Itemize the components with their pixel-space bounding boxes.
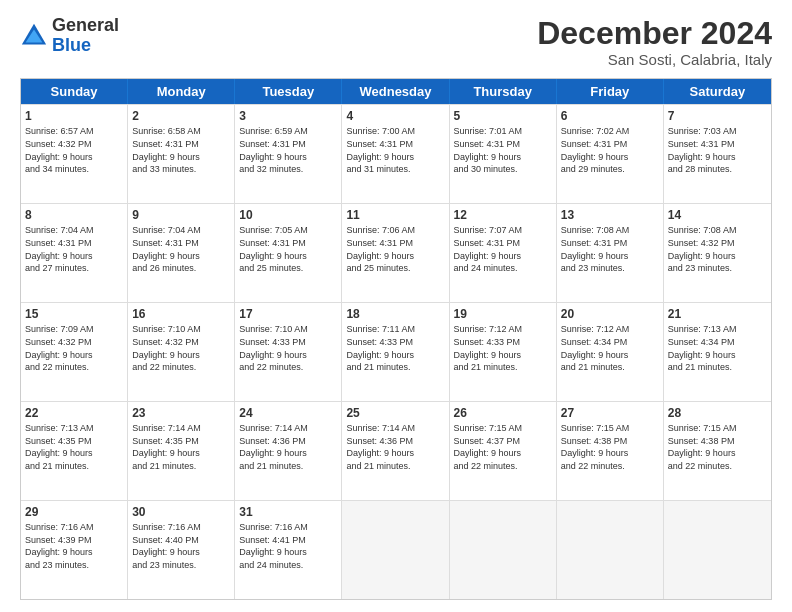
day-info: Sunrise: 7:15 AMSunset: 4:37 PMDaylight:… (454, 422, 552, 472)
day-cell-1: 1Sunrise: 6:57 AMSunset: 4:32 PMDaylight… (21, 105, 128, 203)
empty-cell (450, 501, 557, 599)
day-number: 14 (668, 207, 767, 223)
day-number: 21 (668, 306, 767, 322)
day-cell-8: 8Sunrise: 7:04 AMSunset: 4:31 PMDaylight… (21, 204, 128, 302)
title-block: December 2024 San Sosti, Calabria, Italy (537, 16, 772, 68)
day-cell-15: 15Sunrise: 7:09 AMSunset: 4:32 PMDayligh… (21, 303, 128, 401)
day-cell-30: 30Sunrise: 7:16 AMSunset: 4:40 PMDayligh… (128, 501, 235, 599)
day-info: Sunrise: 7:11 AMSunset: 4:33 PMDaylight:… (346, 323, 444, 373)
day-info: Sunrise: 7:12 AMSunset: 4:34 PMDaylight:… (561, 323, 659, 373)
header-day-wednesday: Wednesday (342, 79, 449, 104)
day-info: Sunrise: 7:02 AMSunset: 4:31 PMDaylight:… (561, 125, 659, 175)
logo: General Blue (20, 16, 119, 56)
day-number: 7 (668, 108, 767, 124)
calendar-week-3: 15Sunrise: 7:09 AMSunset: 4:32 PMDayligh… (21, 302, 771, 401)
day-cell-24: 24Sunrise: 7:14 AMSunset: 4:36 PMDayligh… (235, 402, 342, 500)
day-cell-6: 6Sunrise: 7:02 AMSunset: 4:31 PMDaylight… (557, 105, 664, 203)
day-number: 30 (132, 504, 230, 520)
day-cell-29: 29Sunrise: 7:16 AMSunset: 4:39 PMDayligh… (21, 501, 128, 599)
header-day-monday: Monday (128, 79, 235, 104)
day-cell-20: 20Sunrise: 7:12 AMSunset: 4:34 PMDayligh… (557, 303, 664, 401)
day-info: Sunrise: 6:58 AMSunset: 4:31 PMDaylight:… (132, 125, 230, 175)
day-info: Sunrise: 7:12 AMSunset: 4:33 PMDaylight:… (454, 323, 552, 373)
logo-general: General (52, 15, 119, 35)
month-title: December 2024 (537, 16, 772, 51)
day-number: 19 (454, 306, 552, 322)
day-number: 1 (25, 108, 123, 124)
day-info: Sunrise: 7:09 AMSunset: 4:32 PMDaylight:… (25, 323, 123, 373)
day-info: Sunrise: 7:14 AMSunset: 4:35 PMDaylight:… (132, 422, 230, 472)
day-number: 2 (132, 108, 230, 124)
day-number: 17 (239, 306, 337, 322)
day-info: Sunrise: 7:00 AMSunset: 4:31 PMDaylight:… (346, 125, 444, 175)
day-info: Sunrise: 7:16 AMSunset: 4:41 PMDaylight:… (239, 521, 337, 571)
empty-cell (664, 501, 771, 599)
day-cell-28: 28Sunrise: 7:15 AMSunset: 4:38 PMDayligh… (664, 402, 771, 500)
day-number: 3 (239, 108, 337, 124)
day-number: 8 (25, 207, 123, 223)
day-cell-18: 18Sunrise: 7:11 AMSunset: 4:33 PMDayligh… (342, 303, 449, 401)
day-cell-26: 26Sunrise: 7:15 AMSunset: 4:37 PMDayligh… (450, 402, 557, 500)
day-number: 28 (668, 405, 767, 421)
day-cell-25: 25Sunrise: 7:14 AMSunset: 4:36 PMDayligh… (342, 402, 449, 500)
day-number: 6 (561, 108, 659, 124)
day-number: 15 (25, 306, 123, 322)
day-info: Sunrise: 7:14 AMSunset: 4:36 PMDaylight:… (346, 422, 444, 472)
day-cell-2: 2Sunrise: 6:58 AMSunset: 4:31 PMDaylight… (128, 105, 235, 203)
day-cell-5: 5Sunrise: 7:01 AMSunset: 4:31 PMDaylight… (450, 105, 557, 203)
day-number: 31 (239, 504, 337, 520)
day-info: Sunrise: 7:06 AMSunset: 4:31 PMDaylight:… (346, 224, 444, 274)
day-cell-21: 21Sunrise: 7:13 AMSunset: 4:34 PMDayligh… (664, 303, 771, 401)
day-number: 25 (346, 405, 444, 421)
day-info: Sunrise: 7:07 AMSunset: 4:31 PMDaylight:… (454, 224, 552, 274)
page: General Blue December 2024 San Sosti, Ca… (0, 0, 792, 612)
calendar: SundayMondayTuesdayWednesdayThursdayFrid… (20, 78, 772, 600)
day-info: Sunrise: 7:08 AMSunset: 4:32 PMDaylight:… (668, 224, 767, 274)
location: San Sosti, Calabria, Italy (537, 51, 772, 68)
calendar-body: 1Sunrise: 6:57 AMSunset: 4:32 PMDaylight… (21, 104, 771, 599)
day-number: 10 (239, 207, 337, 223)
day-cell-17: 17Sunrise: 7:10 AMSunset: 4:33 PMDayligh… (235, 303, 342, 401)
logo-text: General Blue (52, 16, 119, 56)
day-number: 16 (132, 306, 230, 322)
calendar-week-2: 8Sunrise: 7:04 AMSunset: 4:31 PMDaylight… (21, 203, 771, 302)
day-info: Sunrise: 7:15 AMSunset: 4:38 PMDaylight:… (668, 422, 767, 472)
empty-cell (557, 501, 664, 599)
day-info: Sunrise: 7:04 AMSunset: 4:31 PMDaylight:… (132, 224, 230, 274)
day-number: 12 (454, 207, 552, 223)
day-number: 24 (239, 405, 337, 421)
header-day-tuesday: Tuesday (235, 79, 342, 104)
day-info: Sunrise: 7:01 AMSunset: 4:31 PMDaylight:… (454, 125, 552, 175)
day-cell-23: 23Sunrise: 7:14 AMSunset: 4:35 PMDayligh… (128, 402, 235, 500)
calendar-week-4: 22Sunrise: 7:13 AMSunset: 4:35 PMDayligh… (21, 401, 771, 500)
day-cell-31: 31Sunrise: 7:16 AMSunset: 4:41 PMDayligh… (235, 501, 342, 599)
day-cell-13: 13Sunrise: 7:08 AMSunset: 4:31 PMDayligh… (557, 204, 664, 302)
day-info: Sunrise: 7:14 AMSunset: 4:36 PMDaylight:… (239, 422, 337, 472)
calendar-week-5: 29Sunrise: 7:16 AMSunset: 4:39 PMDayligh… (21, 500, 771, 599)
day-number: 20 (561, 306, 659, 322)
empty-cell (342, 501, 449, 599)
day-number: 27 (561, 405, 659, 421)
day-info: Sunrise: 7:08 AMSunset: 4:31 PMDaylight:… (561, 224, 659, 274)
day-cell-19: 19Sunrise: 7:12 AMSunset: 4:33 PMDayligh… (450, 303, 557, 401)
day-number: 13 (561, 207, 659, 223)
day-cell-16: 16Sunrise: 7:10 AMSunset: 4:32 PMDayligh… (128, 303, 235, 401)
day-cell-27: 27Sunrise: 7:15 AMSunset: 4:38 PMDayligh… (557, 402, 664, 500)
day-info: Sunrise: 7:16 AMSunset: 4:40 PMDaylight:… (132, 521, 230, 571)
day-cell-3: 3Sunrise: 6:59 AMSunset: 4:31 PMDaylight… (235, 105, 342, 203)
day-info: Sunrise: 7:10 AMSunset: 4:32 PMDaylight:… (132, 323, 230, 373)
day-number: 23 (132, 405, 230, 421)
day-number: 4 (346, 108, 444, 124)
day-number: 26 (454, 405, 552, 421)
day-number: 29 (25, 504, 123, 520)
day-info: Sunrise: 7:16 AMSunset: 4:39 PMDaylight:… (25, 521, 123, 571)
day-info: Sunrise: 7:05 AMSunset: 4:31 PMDaylight:… (239, 224, 337, 274)
day-info: Sunrise: 6:59 AMSunset: 4:31 PMDaylight:… (239, 125, 337, 175)
day-info: Sunrise: 7:04 AMSunset: 4:31 PMDaylight:… (25, 224, 123, 274)
day-number: 11 (346, 207, 444, 223)
calendar-header: SundayMondayTuesdayWednesdayThursdayFrid… (21, 79, 771, 104)
header-day-friday: Friday (557, 79, 664, 104)
day-info: Sunrise: 7:13 AMSunset: 4:34 PMDaylight:… (668, 323, 767, 373)
day-cell-7: 7Sunrise: 7:03 AMSunset: 4:31 PMDaylight… (664, 105, 771, 203)
day-info: Sunrise: 7:03 AMSunset: 4:31 PMDaylight:… (668, 125, 767, 175)
